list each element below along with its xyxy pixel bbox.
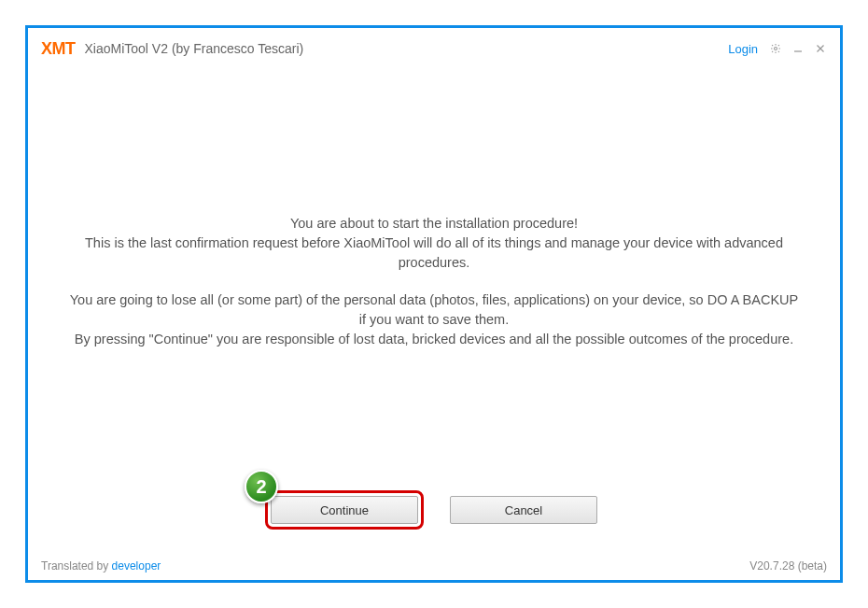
confirmation-message: You are about to start the installation … (65, 214, 803, 348)
continue-button[interactable]: Continue (271, 496, 418, 524)
message-line-3: You are going to lose all (or some part)… (65, 290, 803, 330)
translated-prefix: Translated by (41, 559, 112, 573)
message-line-4: By pressing "Continue" you are responsib… (65, 330, 803, 349)
cancel-button-wrap: Cancel (450, 496, 597, 524)
developer-link[interactable]: developer (112, 559, 161, 573)
app-title: XiaoMiTool V2 (by Francesco Tescari) (85, 41, 729, 56)
app-window: XMT XiaoMiTool V2 (by Francesco Tescari)… (25, 25, 843, 583)
content-area: You are about to start the installation … (28, 65, 840, 554)
message-line-2: This is the last confirmation request be… (65, 233, 803, 273)
button-row: 2 Continue Cancel (28, 496, 840, 524)
cancel-button[interactable]: Cancel (450, 496, 597, 524)
minimize-icon[interactable] (791, 42, 805, 55)
svg-point-0 (775, 48, 777, 50)
login-link[interactable]: Login (728, 42, 758, 56)
titlebar: XMT XiaoMiTool V2 (by Francesco Tescari)… (28, 28, 840, 65)
gear-icon[interactable] (769, 42, 782, 55)
step-badge: 2 (245, 470, 278, 503)
version-label: V20.7.28 (beta) (749, 559, 827, 573)
translated-by: Translated by developer (41, 559, 161, 573)
footer: Translated by developer V20.7.28 (beta) (28, 554, 840, 580)
window-controls (769, 42, 827, 55)
close-icon[interactable] (814, 42, 827, 55)
app-logo: XMT (41, 39, 76, 59)
message-line-1: You are about to start the installation … (65, 214, 803, 233)
continue-button-wrap: 2 Continue (271, 496, 418, 524)
